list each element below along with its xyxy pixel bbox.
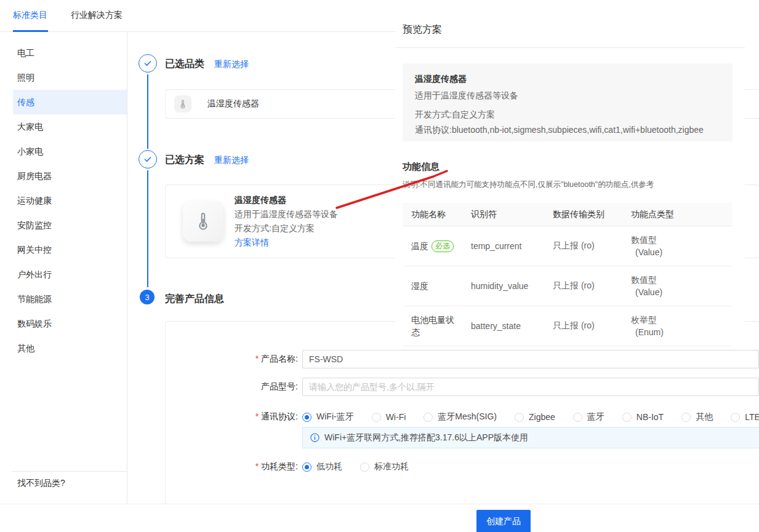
step2-reselect-link[interactable]: 重新选择 bbox=[214, 155, 249, 166]
table-row: 温度必选 temp_current 只上报 (ro) 数值型(Value) bbox=[403, 226, 733, 266]
preview-divider bbox=[395, 47, 745, 48]
summary-name: 温湿度传感器 bbox=[415, 74, 720, 85]
step3-number-badge: 3 bbox=[140, 290, 155, 304]
function-info-title: 功能信息 bbox=[403, 161, 440, 173]
summary-dev-mode: 开发方式:自定义方案 bbox=[415, 109, 720, 121]
product-info-form: *产品名称: 产品型号: *通讯协议: WiFi-蓝牙 Wi-Fi 蓝牙Mesh… bbox=[165, 321, 759, 504]
sidebar-item-energy[interactable]: 节能能源 bbox=[13, 287, 127, 311]
power-type-label: *功耗类型: bbox=[166, 461, 298, 472]
type-cell: 数值型(Value) bbox=[631, 234, 733, 258]
radio-icon bbox=[372, 413, 381, 422]
power-type-row: *功耗类型: 低功耗 标准功耗 bbox=[166, 458, 759, 476]
sidebar-item-digital-entertainment[interactable]: 数码娱乐 bbox=[13, 311, 127, 336]
type-cell: 数值型(Value) bbox=[631, 274, 733, 298]
table-row: 电池电量状态 battery_state 只上报 (ro) 枚举型(Enum) bbox=[403, 306, 733, 346]
function-name-cell: 电池电量状态 bbox=[411, 314, 471, 338]
radio-other[interactable]: 其他 bbox=[681, 411, 713, 423]
radio-icon bbox=[302, 413, 311, 422]
sidebar-item-kitchen-appliance[interactable]: 厨房电器 bbox=[13, 164, 127, 188]
create-product-button[interactable]: 创建产品 bbox=[476, 510, 531, 532]
step1-title: 已选品类 bbox=[165, 58, 204, 71]
cannot-find-category-link[interactable]: 找不到品类? bbox=[17, 478, 65, 489]
product-name-row: *产品名称: bbox=[166, 350, 759, 368]
sidebar-item-small-appliance[interactable]: 小家电 bbox=[13, 139, 127, 164]
radio-zigbee[interactable]: Zigbee bbox=[515, 412, 555, 422]
protocol-radio-group: WiFi-蓝牙 Wi-Fi 蓝牙Mesh(SIG) Zigbee 蓝牙 NB-I… bbox=[302, 411, 759, 423]
sidebar-item-sport-health[interactable]: 运动健康 bbox=[13, 188, 127, 213]
plan-summary-box: 温湿度传感器 适用于温湿度传感器等设备 开发方式:自定义方案 通讯协议:blue… bbox=[403, 63, 733, 141]
sidebar-item-gateway[interactable]: 网关中控 bbox=[13, 237, 127, 262]
product-model-label: 产品型号: bbox=[166, 381, 298, 392]
summary-description: 适用于温湿度传感器等设备 bbox=[415, 90, 720, 101]
step-connector-1 bbox=[147, 74, 148, 149]
product-name-label: *产品名称: bbox=[166, 354, 298, 365]
radio-ble-mesh[interactable]: 蓝牙Mesh(SIG) bbox=[424, 411, 497, 423]
sidebar-item-security-monitor[interactable]: 安防监控 bbox=[13, 213, 127, 237]
product-create-page: 标准类目 行业解决方案 电工 照明 传感 大家电 小家电 厨房电器 运动健康 安… bbox=[0, 0, 759, 532]
step2-check-icon bbox=[139, 150, 157, 169]
radio-standard-power[interactable]: 标准功耗 bbox=[360, 461, 409, 472]
step3-title: 完善产品信息 bbox=[165, 293, 224, 306]
sidebar-item-outdoor[interactable]: 户外出行 bbox=[13, 262, 127, 287]
radio-lte-cat1[interactable]: LTE Cat.1 bbox=[731, 412, 759, 422]
sidebar-divider bbox=[12, 471, 127, 472]
plan-detail-link[interactable]: 方案详情 bbox=[235, 236, 338, 250]
thermometer-icon bbox=[183, 201, 223, 242]
plan-name: 温湿度传感器 bbox=[235, 193, 338, 207]
type-cell: 枚举型(Enum) bbox=[631, 314, 733, 338]
radio-icon bbox=[681, 413, 691, 422]
info-icon bbox=[310, 433, 319, 442]
plan-dev-mode: 开发方式:自定义方案 bbox=[235, 221, 338, 236]
radio-icon bbox=[573, 413, 582, 422]
sidebar-item-sensor[interactable]: 传感 bbox=[13, 90, 127, 114]
radio-icon bbox=[622, 413, 632, 422]
plan-description: 适用于温湿度传感器等设备 bbox=[235, 207, 338, 221]
tab-standard-category[interactable]: 标准类目 bbox=[13, 10, 47, 21]
required-asterisk: * bbox=[255, 411, 259, 421]
transfer-cell: 只上报 (ro) bbox=[553, 240, 631, 252]
radio-low-power[interactable]: 低功耗 bbox=[302, 461, 342, 472]
col-function-name: 功能名称 bbox=[411, 209, 471, 220]
radio-wifi-ble[interactable]: WiFi-蓝牙 bbox=[302, 411, 354, 423]
function-info-note: 说明:不同通讯能力可能支持功能点不同,仅展示"bluetooth"的功能点,供参… bbox=[403, 180, 654, 190]
radio-ble[interactable]: 蓝牙 bbox=[573, 411, 604, 423]
col-identifier: 识别符 bbox=[471, 209, 553, 220]
step-connector-2 bbox=[147, 170, 148, 287]
selected-category-name: 温湿度传感器 bbox=[207, 98, 259, 109]
protocol-label: *通讯协议: bbox=[166, 411, 298, 423]
top-tab-bar: 标准类目 行业解决方案 bbox=[0, 0, 395, 32]
sidebar-item-lighting[interactable]: 照明 bbox=[13, 65, 127, 90]
page-footer: 创建产品 bbox=[0, 504, 759, 532]
tab-industry-solution[interactable]: 行业解决方案 bbox=[71, 10, 122, 21]
sidebar-item-large-appliance[interactable]: 大家电 bbox=[13, 114, 127, 139]
protocol-hint-text: WiFi+蓝牙联网方式,推荐搭配3.17.6以上APP版本使用 bbox=[324, 432, 528, 443]
sidebar-item-electrical[interactable]: 电工 bbox=[13, 41, 127, 65]
protocol-hint-bar: WiFi+蓝牙联网方式,推荐搭配3.17.6以上APP版本使用 bbox=[302, 427, 759, 448]
power-type-radio-group: 低功耗 标准功耗 bbox=[302, 461, 409, 472]
product-model-input[interactable] bbox=[302, 378, 759, 396]
required-asterisk: * bbox=[255, 354, 259, 363]
table-row: 湿度 humidity_value 只上报 (ro) 数值型(Value) bbox=[403, 266, 733, 306]
preview-plan-drawer: 预览方案 温湿度传感器 适用于温湿度传感器等设备 开发方式:自定义方案 通讯协议… bbox=[395, 0, 745, 341]
function-name-cell: 湿度 bbox=[411, 280, 471, 292]
required-asterisk: * bbox=[255, 461, 259, 471]
radio-icon bbox=[424, 413, 433, 422]
preview-title: 预览方案 bbox=[403, 23, 442, 36]
step2-header: 已选方案 重新选择 bbox=[165, 154, 249, 167]
function-points-table: 功能名称 识别符 数据传输类别 功能点类型 温度必选 temp_current … bbox=[403, 203, 733, 346]
col-point-type: 功能点类型 bbox=[631, 209, 733, 220]
summary-protocols: 通讯协议:bluetooth,nb-iot,sigmesh,subpieces,… bbox=[415, 125, 720, 136]
radio-icon bbox=[302, 463, 311, 472]
radio-icon bbox=[731, 413, 740, 422]
product-model-row: 产品型号: bbox=[166, 378, 759, 396]
required-badge: 必选 bbox=[432, 240, 454, 252]
transfer-cell: 只上报 (ro) bbox=[553, 320, 631, 332]
radio-wifi[interactable]: Wi-Fi bbox=[372, 412, 406, 422]
sidebar-item-other[interactable]: 其他 bbox=[13, 336, 127, 360]
identifier-cell: battery_state bbox=[471, 321, 553, 331]
col-transfer-type: 数据传输类别 bbox=[553, 209, 631, 220]
category-sidebar: 电工 照明 传感 大家电 小家电 厨房电器 运动健康 安防监控 网关中控 户外出… bbox=[0, 32, 127, 532]
product-name-input[interactable] bbox=[302, 350, 759, 368]
step1-reselect-link[interactable]: 重新选择 bbox=[214, 59, 249, 70]
radio-nbiot[interactable]: NB-IoT bbox=[622, 412, 664, 422]
